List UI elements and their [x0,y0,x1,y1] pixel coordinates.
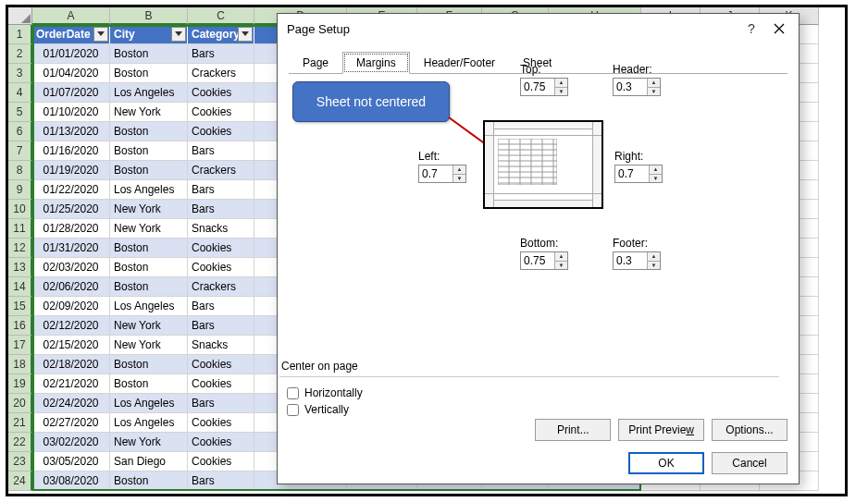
table-cell[interactable]: New York [110,336,188,355]
table-header-cell[interactable]: OrderDate [32,25,110,44]
table-cell[interactable]: 02/09/2020 [32,297,110,316]
table-cell[interactable]: 01/19/2020 [32,161,110,180]
row-header[interactable]: 20 [8,394,32,413]
table-cell[interactable]: Los Angeles [110,297,188,316]
close-button[interactable] [765,18,793,40]
table-cell[interactable]: Crackers [188,64,254,83]
row-header[interactable]: 21 [8,413,32,433]
select-all-corner[interactable] [8,7,32,25]
row-header[interactable]: 3 [8,64,32,83]
tab-page[interactable]: Page [289,52,342,74]
table-cell[interactable]: Cookies [188,413,254,433]
table-cell[interactable]: Boston [110,277,188,297]
row-header[interactable]: 11 [8,219,32,239]
left-margin-spinner[interactable]: ▲▼ [418,165,466,183]
table-cell[interactable]: Cookies [188,452,254,471]
spin-down[interactable]: ▼ [555,88,567,96]
table-cell[interactable]: Boston [110,44,188,64]
table-cell[interactable]: Boston [110,374,188,394]
ok-button[interactable]: OK [628,452,704,474]
table-cell[interactable]: Crackers [188,277,254,297]
print-button[interactable]: Print... [535,419,611,441]
table-cell[interactable]: San Diego [110,452,188,471]
cancel-button[interactable]: Cancel [712,452,787,474]
table-cell[interactable]: Snacks [188,336,254,355]
table-cell[interactable]: Boston [110,64,188,83]
table-cell[interactable]: Cookies [188,83,254,103]
table-cell[interactable]: 01/07/2020 [32,83,110,103]
table-cell[interactable]: 01/10/2020 [32,103,110,122]
table-cell[interactable]: Boston [110,239,188,258]
row-header[interactable]: 16 [8,316,32,336]
help-button[interactable]: ? [738,18,765,40]
table-cell[interactable]: 01/13/2020 [32,122,110,141]
tab-margins[interactable]: Margins [342,52,410,74]
table-header-cell[interactable]: Category [188,25,254,44]
row-header[interactable]: 10 [8,200,32,219]
filter-dropdown-icon[interactable] [171,27,186,42]
table-cell[interactable]: Bars [188,297,254,316]
table-cell[interactable]: New York [110,433,188,452]
table-cell[interactable]: Boston [110,161,188,180]
bottom-margin-spinner[interactable]: ▲▼ [520,251,568,270]
top-margin-input[interactable] [521,79,554,95]
table-cell[interactable]: 01/01/2020 [32,44,110,64]
table-cell[interactable]: 01/31/2020 [32,239,110,258]
table-cell[interactable]: 03/02/2020 [32,433,110,452]
table-cell[interactable]: Boston [110,471,188,491]
row-header[interactable]: 2 [8,44,32,64]
column-header-A[interactable]: A [32,7,110,25]
table-cell[interactable]: New York [110,103,188,122]
spin-up[interactable]: ▲ [555,79,567,88]
row-header[interactable]: 18 [8,355,32,374]
top-margin-spinner[interactable]: ▲▼ [520,78,568,96]
table-cell[interactable]: Bars [188,180,254,200]
table-cell[interactable]: 01/16/2020 [32,141,110,161]
table-cell[interactable]: Boston [110,355,188,374]
table-header-cell[interactable]: City [110,25,188,44]
table-cell[interactable]: Los Angeles [110,180,188,200]
row-header[interactable]: 1 [8,25,32,44]
footer-margin-spinner[interactable]: ▲▼ [613,251,661,270]
filter-dropdown-icon[interactable] [93,27,108,42]
table-cell[interactable]: 01/28/2020 [32,219,110,239]
row-header[interactable]: 14 [8,277,32,297]
row-header[interactable]: 6 [8,122,32,141]
row-header[interactable]: 15 [8,297,32,316]
table-cell[interactable]: Los Angeles [110,83,188,103]
table-cell[interactable]: 01/04/2020 [32,64,110,83]
column-header-C[interactable]: C [188,7,254,25]
row-header[interactable]: 12 [8,239,32,258]
table-cell[interactable]: Bars [188,200,254,219]
table-cell[interactable]: Boston [110,141,188,161]
filter-dropdown-icon[interactable] [238,27,253,42]
right-margin-input[interactable] [615,165,649,182]
table-cell[interactable]: New York [110,200,188,219]
row-header[interactable]: 7 [8,141,32,161]
table-cell[interactable]: Snacks [188,219,254,239]
row-header[interactable]: 24 [8,471,32,491]
table-cell[interactable]: Cookies [188,374,254,394]
print-preview-button[interactable]: Print Preview [618,419,704,441]
row-header[interactable]: 22 [8,433,32,452]
table-cell[interactable]: Crackers [188,161,254,180]
header-margin-input[interactable] [614,79,647,95]
dialog-titlebar[interactable]: Page Setup ? [278,14,799,43]
table-cell[interactable]: Bars [188,471,254,491]
table-cell[interactable]: 02/18/2020 [32,355,110,374]
table-cell[interactable]: Los Angeles [110,394,188,413]
table-cell[interactable]: 01/22/2020 [32,180,110,200]
table-cell[interactable]: Los Angeles [110,413,188,433]
header-margin-spinner[interactable]: ▲▼ [613,78,661,96]
table-cell[interactable]: 03/08/2020 [32,471,110,491]
row-header[interactable]: 23 [8,452,32,471]
footer-margin-input[interactable] [614,252,647,269]
row-header[interactable]: 8 [8,161,32,180]
vertically-checkbox[interactable] [287,404,299,416]
table-cell[interactable]: Cookies [188,122,254,141]
right-margin-spinner[interactable]: ▲▼ [614,165,663,183]
table-cell[interactable]: 02/03/2020 [32,258,110,277]
table-cell[interactable]: Cookies [188,258,254,277]
table-cell[interactable]: Boston [110,258,188,277]
row-header[interactable]: 5 [8,103,32,122]
